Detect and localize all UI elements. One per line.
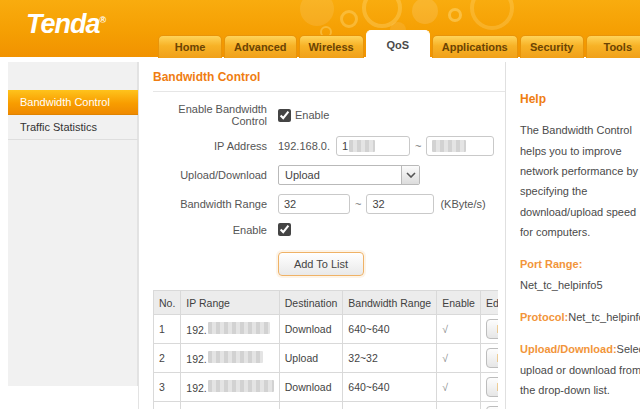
bandwidth-unit: (KByte/s)	[440, 198, 485, 210]
cell-no: 1	[154, 315, 181, 344]
edit-button[interactable]: Edit	[486, 348, 498, 368]
content-area: Bandwidth Control Traffic Statistics Ban…	[0, 57, 640, 409]
ip-to-field[interactable]	[426, 136, 494, 156]
cell-bandwidth: 640~640	[343, 315, 437, 344]
redacted-value	[349, 140, 375, 152]
enable-control-label: Enable Bandwidth Control	[153, 103, 267, 127]
registered-mark: ®	[100, 15, 106, 25]
rules-table-container: No. IP Range Destination Bandwidth Range…	[153, 290, 498, 409]
enable-checkbox-label: Enable	[295, 109, 329, 121]
decorative-bubble	[412, 0, 438, 24]
tab-wireless[interactable]: Wireless	[299, 35, 364, 58]
decorative-bubble	[300, 0, 334, 26]
redacted-value	[208, 351, 263, 363]
table-header-row: No. IP Range Destination Bandwidth Range…	[154, 291, 499, 315]
cell-ip: 192.	[181, 315, 279, 344]
cell-destination: Download	[279, 315, 343, 344]
main-panel: Bandwidth Control Enable Bandwidth Contr…	[138, 62, 505, 409]
edit-button[interactable]: Edit	[486, 377, 498, 397]
help-section-port-range: Port Range: Net_tc_helpinfo5	[520, 254, 640, 295]
ip-address-row: IP Address 192.168.0. 1 ~	[153, 136, 505, 156]
cell-bandwidth: 32~32	[343, 402, 437, 409]
cell-no: 3	[154, 373, 181, 402]
sidebar-item-bandwidth-control[interactable]: Bandwidth Control	[8, 90, 138, 115]
edit-button[interactable]: Edit	[486, 319, 498, 339]
tab-qos[interactable]: QoS	[366, 30, 430, 58]
enable-rule-label: Enable	[153, 224, 267, 236]
cell-destination: Download	[279, 373, 343, 402]
tab-tools[interactable]: Tools	[586, 35, 640, 58]
col-enable: Enable	[437, 291, 481, 315]
tab-home[interactable]: Home	[158, 35, 222, 58]
enable-control-row: Enable Bandwidth Control Enable	[153, 103, 505, 127]
sidebar-panel: Bandwidth Control Traffic Statistics	[8, 62, 138, 386]
cell-no: 4	[154, 402, 181, 409]
redacted-value	[208, 380, 274, 392]
enable-rule-checkbox[interactable]	[278, 223, 291, 236]
col-edit: Edit	[480, 291, 498, 315]
table-row: 1 192. Download 640~640 √ Edit Delete	[154, 315, 499, 344]
redacted-value	[208, 322, 270, 334]
col-destination: Destination	[279, 291, 343, 315]
tab-advanced[interactable]: Advanced	[224, 35, 297, 58]
upload-download-row: Upload/Download Upload	[153, 165, 505, 185]
bandwidth-range-label: Bandwidth Range	[153, 198, 267, 210]
upload-download-label: Upload/Download	[153, 169, 267, 181]
help-section-protocol: Protocol:Net_tc_helpinfo6	[520, 307, 640, 327]
ip-from-field[interactable]: 1	[336, 136, 410, 156]
help-section-upload-download: Upload/Download:Select upload or downloa…	[520, 339, 640, 400]
col-ip-range: IP Range	[181, 291, 279, 315]
help-intro: The Bandwidth Control helps you to impro…	[520, 120, 640, 242]
upload-download-select[interactable]: Upload	[278, 165, 420, 185]
cell-bandwidth: 32~32	[343, 344, 437, 373]
title-divider	[153, 91, 505, 92]
bandwidth-from-input[interactable]	[278, 194, 350, 214]
enable-check-icon: √	[437, 402, 481, 409]
cell-ip: 192.	[181, 344, 279, 373]
bandwidth-range-row: Bandwidth Range ~ (KByte/s)	[153, 194, 505, 214]
cell-ip: 192.	[181, 402, 279, 409]
decorative-bubble	[362, 0, 402, 28]
help-panel: Help The Bandwidth Control helps you to …	[505, 62, 640, 409]
decorative-bubble	[448, 8, 462, 22]
enable-check-icon: √	[437, 373, 481, 402]
app-header: Tenda® Home Advanced Wireless QoS Applic…	[0, 0, 640, 57]
range-tilde: ~	[415, 140, 421, 152]
table-row: 4 192. Upload 32~32 √ Edit Delete	[154, 402, 499, 409]
ip-from-visible-digit: 1	[342, 140, 348, 152]
sidebar: Bandwidth Control Traffic Statistics	[0, 62, 138, 409]
cell-destination: Upload	[279, 402, 343, 409]
decorative-bubble	[470, 0, 514, 30]
range-tilde: ~	[355, 198, 361, 210]
tab-security[interactable]: Security	[520, 35, 584, 58]
decorative-bubble	[340, 10, 358, 28]
col-no: No.	[154, 291, 181, 315]
bandwidth-to-input[interactable]	[366, 194, 434, 214]
enable-check-icon: √	[437, 344, 481, 373]
cell-destination: Upload	[279, 344, 343, 373]
enable-bandwidth-control-checkbox[interactable]	[278, 109, 291, 122]
ip-address-label: IP Address	[153, 140, 267, 152]
col-bandwidth-range: Bandwidth Range	[343, 291, 437, 315]
page-title: Bandwidth Control	[153, 70, 505, 84]
enable-rule-row: Enable	[153, 223, 505, 236]
enable-check-icon: √	[437, 315, 481, 344]
redacted-value	[432, 140, 466, 152]
tab-applications[interactable]: Applications	[432, 35, 518, 58]
bandwidth-rules-table: No. IP Range Destination Bandwidth Range…	[153, 290, 498, 409]
selected-option: Upload	[279, 169, 401, 181]
sidebar-item-traffic-statistics[interactable]: Traffic Statistics	[8, 115, 138, 140]
chevron-down-icon	[401, 166, 419, 184]
table-row: 2 192. Upload 32~32 √ Edit Delete	[154, 344, 499, 373]
main-nav-tabs: Home Advanced Wireless QoS Applications …	[158, 30, 640, 58]
router-admin-page: Tenda® Home Advanced Wireless QoS Applic…	[0, 0, 640, 409]
add-button-row: Add To List	[153, 252, 489, 276]
tenda-logo: Tenda®	[26, 9, 105, 40]
bandwidth-control-form: Enable Bandwidth Control Enable IP Addre…	[153, 103, 505, 276]
cell-bandwidth: 640~640	[343, 373, 437, 402]
help-title: Help	[520, 88, 640, 110]
ip-prefix: 192.168.0.	[278, 140, 330, 152]
table-row: 3 192. Download 640~640 √ Edit Delete	[154, 373, 499, 402]
add-to-list-button[interactable]: Add To List	[278, 252, 364, 276]
cell-ip: 192.	[181, 373, 279, 402]
